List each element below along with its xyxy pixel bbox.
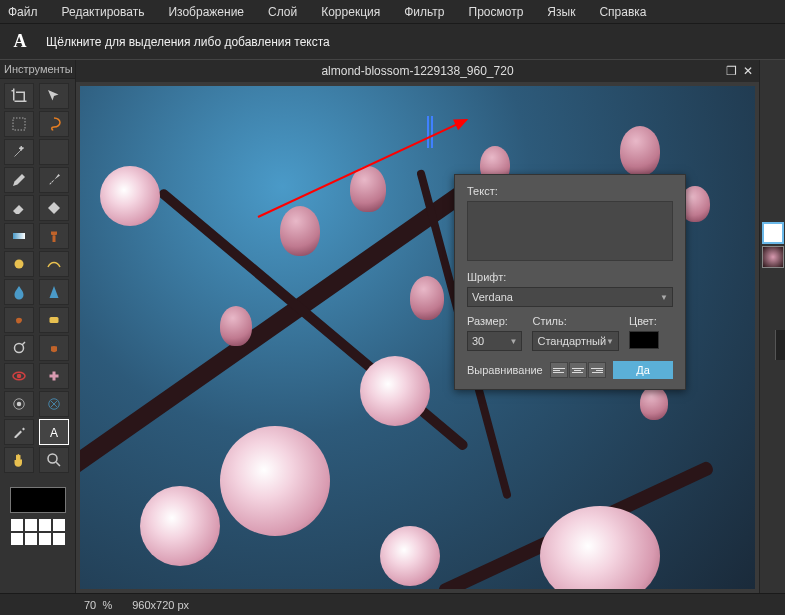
canvas-viewport[interactable]: Текст: Шрифт: Verdana▼ Размер: 30▼ Стиль…: [80, 86, 755, 589]
dodge-tool[interactable]: [4, 335, 34, 361]
align-center-button[interactable]: [569, 362, 587, 378]
svg-rect-0: [13, 118, 25, 130]
swatch[interactable]: [11, 533, 23, 545]
panel-toggle-icon[interactable]: [775, 330, 785, 360]
swatch[interactable]: [39, 519, 51, 531]
chevron-down-icon: ▼: [510, 337, 518, 346]
zoom-value: 70: [84, 599, 96, 611]
svg-rect-1: [13, 233, 25, 239]
swatch[interactable]: [53, 533, 65, 545]
style-label: Стиль:: [532, 315, 619, 327]
align-left-button[interactable]: [550, 362, 568, 378]
svg-point-13: [48, 454, 57, 463]
menubar: Файл Редактировать Изображение Слой Корр…: [0, 0, 785, 24]
document-title: almond-blossom-1229138_960_720: [321, 64, 513, 78]
align-label: Выравнивание: [467, 364, 543, 376]
blur-tool[interactable]: [4, 279, 34, 305]
swatch[interactable]: [25, 533, 37, 545]
canvas-area: almond-blossom-1229138_960_720 ❐ ✕: [76, 60, 759, 593]
burn-tool[interactable]: [39, 335, 69, 361]
dimensions-value: 960x720 px: [132, 599, 189, 611]
font-label: Шрифт:: [467, 271, 673, 283]
menu-edit[interactable]: Редактировать: [62, 5, 145, 19]
drawing-tool[interactable]: [39, 251, 69, 277]
svg-point-10: [17, 402, 22, 407]
color-replace-tool[interactable]: [4, 251, 34, 277]
menu-language[interactable]: Язык: [547, 5, 575, 19]
text-label: Текст:: [467, 185, 673, 197]
marquee-tool[interactable]: [4, 111, 34, 137]
gradient-tool[interactable]: [4, 223, 34, 249]
red-eye-tool[interactable]: [4, 363, 34, 389]
move-tool[interactable]: [39, 83, 69, 109]
spacer-1: [39, 139, 69, 165]
bloat-tool[interactable]: [4, 391, 34, 417]
chevron-down-icon: ▼: [606, 337, 614, 346]
menu-view[interactable]: Просмотр: [469, 5, 524, 19]
tool-options-bar: A Щёлкните для выделения либо добавления…: [0, 24, 785, 60]
document-tab-bar: almond-blossom-1229138_960_720 ❐ ✕: [76, 60, 759, 82]
svg-point-2: [15, 260, 24, 269]
eraser-tool[interactable]: [4, 195, 34, 221]
text-input[interactable]: [467, 201, 673, 261]
svg-rect-3: [49, 317, 58, 323]
active-tool-icon: A: [8, 30, 32, 54]
canvas-image: Текст: Шрифт: Verdana▼ Размер: 30▼ Стиль…: [80, 86, 755, 589]
spot-heal-tool[interactable]: [39, 363, 69, 389]
window-close-icon[interactable]: ✕: [743, 64, 753, 78]
pencil-tool[interactable]: [4, 167, 34, 193]
colorpicker-tool[interactable]: [4, 419, 34, 445]
tools-panel-title: Инструменты: [0, 60, 75, 79]
crop-tool[interactable]: [4, 83, 34, 109]
sponge-tool[interactable]: [39, 307, 69, 333]
color-picker[interactable]: [629, 331, 659, 349]
svg-rect-8: [52, 372, 55, 381]
wand-tool[interactable]: [4, 139, 34, 165]
swatch[interactable]: [53, 519, 65, 531]
color-swatches: [0, 483, 75, 549]
window-restore-icon[interactable]: ❐: [726, 64, 737, 78]
layer-thumb-text[interactable]: [762, 222, 784, 244]
menu-adjustment[interactable]: Коррекция: [321, 5, 380, 19]
menu-image[interactable]: Изображение: [168, 5, 244, 19]
color-label: Цвет:: [629, 315, 673, 327]
brush-tool[interactable]: [39, 167, 69, 193]
swatch[interactable]: [11, 519, 23, 531]
layers-panel-collapsed: [759, 60, 785, 593]
type-tool[interactable]: A: [39, 419, 69, 445]
ok-button[interactable]: Да: [613, 361, 673, 379]
hand-tool[interactable]: [4, 447, 34, 473]
text-tool-dialog: Текст: Шрифт: Verdana▼ Размер: 30▼ Стиль…: [454, 174, 686, 390]
pinch-tool[interactable]: [39, 391, 69, 417]
style-select[interactable]: Стандартный▼: [532, 331, 619, 351]
clone-stamp-tool[interactable]: [39, 223, 69, 249]
menu-file[interactable]: Файл: [8, 5, 38, 19]
zoom-unit: %: [102, 599, 112, 611]
layer-thumb-image[interactable]: [762, 246, 784, 268]
swatch[interactable]: [39, 533, 51, 545]
chevron-down-icon: ▼: [660, 293, 668, 302]
lasso-tool[interactable]: [39, 111, 69, 137]
svg-text:A: A: [49, 426, 57, 440]
menu-filter[interactable]: Фильтр: [404, 5, 444, 19]
align-right-button[interactable]: [588, 362, 606, 378]
foreground-color[interactable]: [10, 487, 66, 513]
status-bar: 70 % 960x720 px: [0, 593, 785, 615]
font-select[interactable]: Verdana▼: [467, 287, 673, 307]
menu-layer[interactable]: Слой: [268, 5, 297, 19]
bucket-tool[interactable]: [39, 195, 69, 221]
tools-panel: Инструменты A: [0, 60, 76, 593]
size-select[interactable]: 30▼: [467, 331, 522, 351]
sharpen-tool[interactable]: [39, 279, 69, 305]
smudge-tool[interactable]: [4, 307, 34, 333]
size-label: Размер:: [467, 315, 522, 327]
text-insertion-cursor: [427, 116, 429, 148]
zoom-tool[interactable]: [39, 447, 69, 473]
tool-hint: Щёлкните для выделения либо добавления т…: [46, 35, 330, 49]
menu-help[interactable]: Справка: [599, 5, 646, 19]
swatch[interactable]: [25, 519, 37, 531]
svg-point-6: [17, 374, 22, 379]
